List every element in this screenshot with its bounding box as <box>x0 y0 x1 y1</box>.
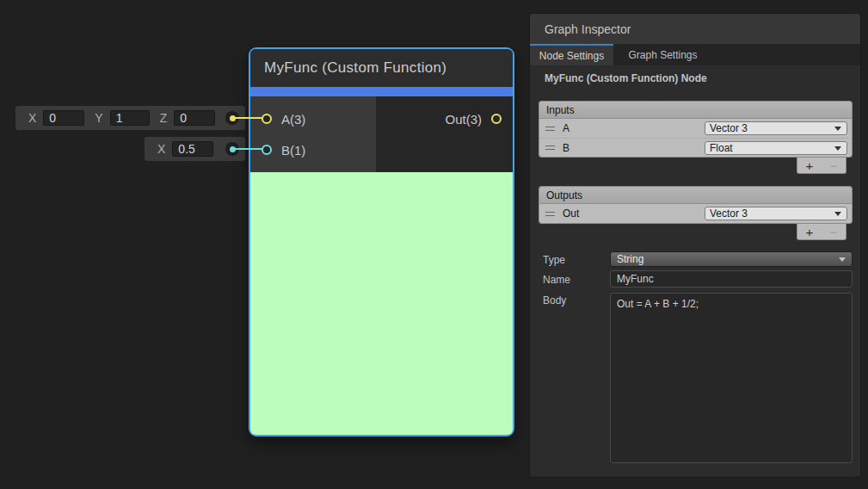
chevron-down-icon <box>834 146 841 151</box>
body-label: Body <box>543 294 566 306</box>
input-a-type-dropdown[interactable]: Vector 3 <box>705 121 847 135</box>
chevron-down-icon <box>834 212 841 216</box>
wire-vector3-to-a <box>232 117 263 119</box>
y-value-field[interactable]: 1 <box>110 110 150 126</box>
graph-inspector-panel: Graph Inspector Node Settings Graph Sett… <box>529 13 861 478</box>
float-value-field[interactable]: 0.5 <box>172 141 213 157</box>
x-label: X <box>28 111 36 125</box>
name-value: MyFunc <box>617 273 654 285</box>
inline-float-widget: X 0.5 <box>145 137 245 161</box>
x-value: 0 <box>49 111 56 125</box>
node-color-bar <box>250 87 513 96</box>
type-value: String <box>617 253 643 265</box>
custom-function-node[interactable]: MyFunc (Custom Function) A(3) B(1) Out(3… <box>249 47 514 436</box>
input-b-type-value: Float <box>710 142 733 154</box>
output-port-out-icon[interactable] <box>491 114 502 124</box>
input-port-a-icon[interactable] <box>262 114 272 124</box>
outputs-list-box: Outputs Out Vector 3 <box>539 186 853 224</box>
output-port-out-label: Out(3) <box>445 112 482 127</box>
name-field[interactable]: MyFunc <box>610 270 853 288</box>
z-label: Z <box>160 111 168 125</box>
drag-handle-icon[interactable] <box>545 212 555 216</box>
shader-graph-canvas[interactable]: X 0 Y 1 Z 0 X 0.5 MyFunc (Custom Functio… <box>0 0 868 489</box>
inputs-list-box: Inputs A Vector 3 B Float <box>539 101 853 158</box>
tab-node-settings-label: Node Settings <box>539 50 604 62</box>
remove-input-button[interactable]: − <box>830 158 838 173</box>
input-a-name: A <box>563 122 569 134</box>
inline-vector3-widget: X 0 Y 1 Z 0 <box>15 106 245 130</box>
node-ports-section: A(3) B(1) Out(3) <box>250 96 513 172</box>
input-a-type-value: Vector 3 <box>710 122 748 134</box>
y-value: 1 <box>116 111 123 125</box>
node-header[interactable]: MyFunc (Custom Function) <box>250 49 513 87</box>
outputs-list: Outputs Out Vector 3 + − <box>539 186 853 240</box>
z-value: 0 <box>180 111 187 125</box>
x-value-field[interactable]: 0 <box>43 110 84 126</box>
chevron-down-icon <box>839 257 846 262</box>
type-dropdown[interactable]: String <box>610 251 853 267</box>
inputs-row-a[interactable]: A Vector 3 <box>539 119 852 138</box>
graph-inspector-titlebar[interactable]: Graph Inspector <box>530 14 860 44</box>
tab-node-settings[interactable]: Node Settings <box>530 44 613 65</box>
outputs-list-header: Outputs <box>539 187 852 204</box>
inputs-list: Inputs A Vector 3 B Float <box>539 101 853 174</box>
node-title: MyFunc (Custom Function) <box>264 59 446 77</box>
input-port-b-label: B(1) <box>281 143 305 158</box>
graph-inspector-title: Graph Inspector <box>545 22 631 36</box>
node-settings-heading: MyFunc (Custom Function) Node <box>545 67 707 90</box>
port-row-b: B(1) <box>250 134 376 165</box>
x-label: X <box>157 142 165 156</box>
tab-graph-settings[interactable]: Graph Settings <box>613 44 712 65</box>
outputs-row-out[interactable]: Out Vector 3 <box>539 204 852 223</box>
chevron-down-icon <box>834 127 841 131</box>
input-ports-column: A(3) B(1) <box>250 96 376 172</box>
outputs-list-footer: + − <box>797 224 846 240</box>
body-field[interactable]: Out = A + B + 1/2; <box>610 293 853 463</box>
input-b-name: B <box>563 142 569 154</box>
output-ports-column: Out(3) <box>376 96 513 172</box>
add-output-button[interactable]: + <box>806 225 814 239</box>
drag-handle-icon[interactable] <box>545 145 555 150</box>
tab-graph-settings-label: Graph Settings <box>628 49 697 61</box>
type-label: Type <box>543 254 565 266</box>
name-label: Name <box>543 274 570 286</box>
inputs-list-header: Inputs <box>539 102 852 119</box>
node-preview <box>250 172 513 435</box>
inputs-row-b[interactable]: B Float <box>539 138 852 157</box>
wire-float-to-b <box>232 148 263 150</box>
inspector-tab-bar: Node Settings Graph Settings <box>530 44 860 65</box>
output-out-type-dropdown[interactable]: Vector 3 <box>705 207 847 220</box>
output-out-name: Out <box>563 207 579 220</box>
port-row-a: A(3) <box>250 103 376 134</box>
input-port-a-label: A(3) <box>281 112 305 127</box>
output-out-type-value: Vector 3 <box>710 207 748 220</box>
input-b-type-dropdown[interactable]: Float <box>705 141 847 155</box>
z-value-field[interactable]: 0 <box>174 110 215 126</box>
remove-output-button[interactable]: − <box>830 225 838 239</box>
y-label: Y <box>95 111 102 125</box>
input-port-b-icon[interactable] <box>262 145 272 155</box>
add-input-button[interactable]: + <box>806 158 814 173</box>
port-row-out: Out(3) <box>376 103 513 134</box>
float-value: 0.5 <box>178 142 194 156</box>
drag-handle-icon[interactable] <box>545 127 555 131</box>
inputs-list-footer: + − <box>797 158 846 174</box>
